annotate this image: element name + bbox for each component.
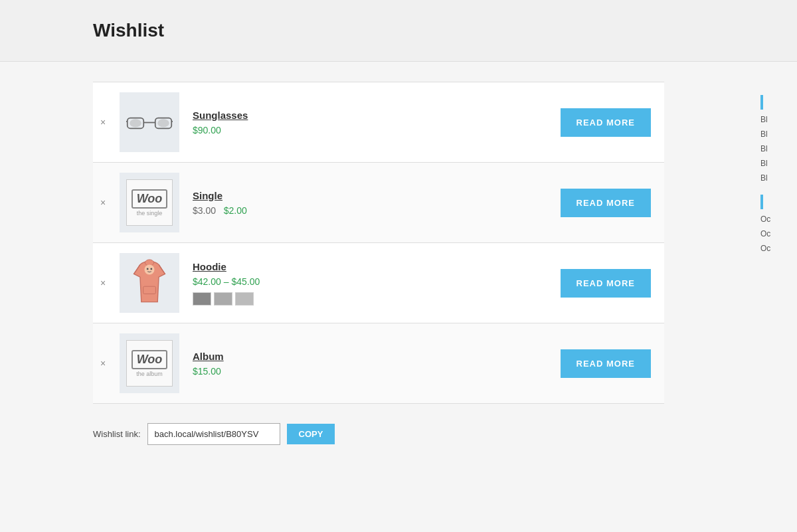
swatch[interactable] (235, 292, 254, 306)
svg-point-11 (150, 268, 152, 270)
wishlist-row: × (93, 242, 664, 323)
swatch[interactable] (214, 292, 232, 306)
sidebar-item[interactable]: Bl (760, 159, 794, 168)
remove-button[interactable]: × (93, 197, 113, 208)
sidebar-item[interactable]: Bl (760, 115, 794, 124)
product-price: $42.00 – $45.00 (193, 276, 260, 287)
sidebar-item[interactable]: Oc (760, 244, 794, 253)
product-info-single: Single $3.00 $2.00 (193, 190, 561, 216)
product-name[interactable]: Album (193, 351, 561, 362)
remove-button[interactable]: × (93, 117, 113, 128)
product-name[interactable]: Sunglasses (193, 110, 561, 121)
sidebar-item[interactable]: Bl (760, 130, 794, 139)
wishlist-row: × Woo the album Album $15.00 READ MORE (93, 323, 664, 404)
product-price: $15.00 (193, 366, 221, 377)
sidebar-item[interactable]: Oc (760, 229, 794, 238)
sidebar-blue-bar (760, 95, 763, 110)
sidebar-item[interactable]: Oc (760, 215, 794, 224)
sidebar-blue-bar-2 (760, 195, 763, 209)
wishlist-link-label: Wishlist link: (93, 429, 141, 439)
read-more-button-album[interactable]: READ MORE (561, 349, 651, 378)
product-info-album: Album $15.00 (193, 351, 561, 377)
read-more-button-hoodie[interactable]: READ MORE (561, 269, 651, 298)
wishlist-link-section: Wishlist link: COPY (93, 423, 664, 445)
copy-button[interactable]: COPY (287, 424, 335, 444)
wishlist-link-input[interactable] (147, 423, 280, 445)
product-name[interactable]: Single (193, 190, 561, 201)
svg-point-5 (130, 119, 141, 127)
product-image-single: Woo the single (120, 173, 179, 232)
wishlist-section: × Sunglasses $90.00 READ MORE × (0, 75, 757, 452)
sidebar-item[interactable]: Bl (760, 173, 794, 183)
read-more-button-sunglasses[interactable]: READ MORE (561, 108, 651, 137)
svg-point-9 (145, 264, 155, 274)
product-info-hoodie: Hoodie $42.00 – $45.00 (193, 261, 561, 306)
product-image-sunglasses (120, 92, 179, 152)
svg-point-6 (157, 119, 169, 127)
wishlist-row: × Woo the single Single $3.00 $2.00 READ… (93, 162, 664, 243)
svg-point-10 (147, 268, 149, 270)
product-name[interactable]: Hoodie (193, 261, 561, 272)
product-image-hoodie (120, 253, 179, 313)
color-swatches (193, 292, 561, 306)
wishlist-row: × Sunglasses $90.00 READ MORE (93, 82, 664, 163)
page-title: Wishlist (93, 20, 704, 41)
original-price: $3.00 (193, 205, 216, 216)
product-info-sunglasses: Sunglasses $90.00 (193, 110, 561, 135)
sidebar-item[interactable]: Bl (760, 144, 794, 153)
remove-button[interactable]: × (93, 358, 113, 369)
sale-price: $2.00 (224, 205, 247, 216)
remove-button[interactable]: × (93, 278, 113, 288)
sidebar: Bl Bl Bl Bl Bl Oc Oc Oc (757, 75, 797, 452)
product-price: $90.00 (193, 125, 221, 135)
read-more-button-single[interactable]: READ MORE (561, 189, 651, 217)
swatch[interactable] (193, 292, 211, 306)
product-price: $3.00 $2.00 (193, 205, 247, 216)
product-image-album: Woo the album (120, 333, 179, 393)
